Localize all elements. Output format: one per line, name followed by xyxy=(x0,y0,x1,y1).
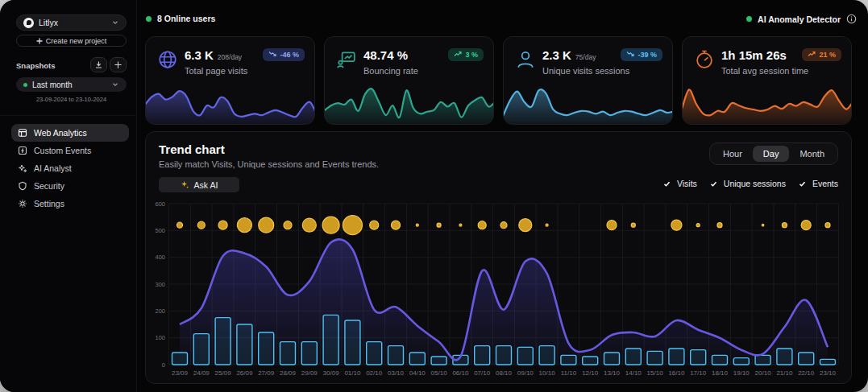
svg-text:16/10: 16/10 xyxy=(668,369,685,377)
sparkline-chart xyxy=(503,83,673,125)
sidebar-item-web-analytics[interactable]: Web Analytics xyxy=(11,124,129,142)
svg-text:17/10: 17/10 xyxy=(690,369,707,377)
sidebar-item-security[interactable]: Security xyxy=(11,177,129,195)
trend-down-icon xyxy=(268,51,276,59)
svg-text:22/10: 22/10 xyxy=(798,369,815,377)
svg-text:12/10: 12/10 xyxy=(582,369,599,377)
stat-value: 1h 15m 26s xyxy=(721,48,791,62)
globe-icon xyxy=(157,49,178,70)
stat-label: Bouncing rate xyxy=(363,66,418,76)
per-day-value: 75/day xyxy=(575,53,596,61)
svg-text:08/10: 08/10 xyxy=(496,369,513,377)
svg-text:28/09: 28/09 xyxy=(280,369,297,377)
timer-icon xyxy=(694,49,715,70)
svg-text:09/10: 09/10 xyxy=(517,369,534,377)
project-selector[interactable]: Litlyx xyxy=(16,14,127,31)
chart-legend: Visits Unique sessions Events xyxy=(662,179,838,188)
online-users-label: 8 Online users xyxy=(157,14,215,23)
svg-text:26/09: 26/09 xyxy=(236,369,253,377)
svg-text:27/09: 27/09 xyxy=(258,369,275,377)
stat-cards-row: 6.3 K208/day Total page visits -46 % 48.… xyxy=(145,36,852,125)
sidebar-item-label: Settings xyxy=(34,199,64,208)
svg-text:02/10: 02/10 xyxy=(366,369,383,377)
tab-hour[interactable]: Hour xyxy=(712,146,753,162)
panel-title: Trend chart xyxy=(159,142,225,156)
svg-text:24/09: 24/09 xyxy=(193,369,210,377)
create-project-label: Create new project xyxy=(46,37,107,45)
sidebar-nav: Web Analytics Custom Events AI Analyst S… xyxy=(11,124,129,213)
info-icon[interactable] xyxy=(846,14,857,24)
svg-text:19/10: 19/10 xyxy=(733,369,750,377)
stat-card-unique-visits: 2.3 K75/day Unique visits sessions -39 % xyxy=(503,36,673,125)
ask-ai-button[interactable]: Ask AI xyxy=(159,177,239,192)
stat-value: 2.3 K75/day xyxy=(542,48,596,62)
snapshot-period-select[interactable]: Last month xyxy=(16,77,127,92)
svg-text:25/09: 25/09 xyxy=(215,369,232,377)
chevron-down-icon xyxy=(111,80,119,89)
sidebar-item-custom-events[interactable]: Custom Events xyxy=(11,142,129,159)
create-project-button[interactable]: Create new project xyxy=(16,35,127,47)
svg-text:05/10: 05/10 xyxy=(431,369,448,377)
snapshot-date-range: 23-09-2024 to 23-10-2024 xyxy=(16,96,127,103)
sparkle-icon xyxy=(181,180,189,189)
svg-text:30/09: 30/09 xyxy=(323,369,340,377)
chevron-down-icon xyxy=(111,19,119,27)
sidebar-item-settings[interactable]: Settings xyxy=(11,195,129,213)
layout-icon xyxy=(18,128,27,138)
trend-chart-panel: Trend chart Easily match Visits, Unique … xyxy=(145,131,852,384)
svg-text:300: 300 xyxy=(155,281,165,288)
ask-ai-label: Ask AI xyxy=(194,180,218,190)
svg-text:29/09: 29/09 xyxy=(301,369,318,377)
download-icon xyxy=(94,60,103,69)
tab-month[interactable]: Month xyxy=(789,146,835,162)
svg-text:10/10: 10/10 xyxy=(539,369,556,377)
legend-events[interactable]: Events xyxy=(798,179,838,188)
gear-icon xyxy=(18,199,27,208)
snapshots-label: Snapshots xyxy=(16,61,56,70)
svg-text:21/10: 21/10 xyxy=(776,369,793,377)
svg-text:20/10: 20/10 xyxy=(755,369,772,377)
bolt-square-icon xyxy=(18,146,27,155)
svg-text:200: 200 xyxy=(155,307,165,315)
sidebar-item-ai-analyst[interactable]: AI Analyst xyxy=(11,159,129,177)
svg-text:04/10: 04/10 xyxy=(409,369,426,377)
svg-text:03/10: 03/10 xyxy=(388,369,405,377)
sparkline-chart xyxy=(324,83,494,125)
shield-icon xyxy=(18,181,27,191)
svg-text:13/10: 13/10 xyxy=(604,369,621,377)
sidebar: Litlyx Create new project Snapshots Last… xyxy=(0,0,137,392)
online-status-dot xyxy=(146,16,152,22)
trend-badge: 3 % xyxy=(448,48,484,61)
sidebar-item-label: Custom Events xyxy=(34,146,91,155)
per-day-value: 208/day xyxy=(218,53,242,61)
sparkles-icon xyxy=(18,163,27,173)
svg-text:500: 500 xyxy=(155,227,165,234)
add-snapshot-button[interactable] xyxy=(110,57,127,72)
trend-badge: -39 % xyxy=(621,48,662,61)
litlyx-logo-icon xyxy=(23,18,34,28)
online-users: 8 Online users xyxy=(146,14,215,23)
download-snapshot-button[interactable] xyxy=(90,57,107,72)
stat-card-total-page-visits: 6.3 K208/day Total page visits -46 % xyxy=(145,36,315,125)
panel-subtitle: Easily match Visits, Unique sessions and… xyxy=(159,159,379,169)
stat-label: Unique visits sessions xyxy=(542,66,629,76)
trend-up-icon xyxy=(808,51,816,59)
trend-down-icon xyxy=(626,51,634,59)
sidebar-item-label: Web Analytics xyxy=(34,128,87,138)
legend-unique-sessions[interactable]: Unique sessions xyxy=(709,179,786,188)
svg-text:400: 400 xyxy=(155,254,165,261)
sidebar-item-label: Security xyxy=(34,181,64,191)
trend-up-icon xyxy=(454,51,462,59)
sparkline-chart xyxy=(682,83,852,125)
sidebar-item-label: AI Analyst xyxy=(34,163,72,173)
svg-text:18/10: 18/10 xyxy=(712,369,729,377)
tab-day[interactable]: Day xyxy=(753,146,790,162)
stat-value: 48.74 % xyxy=(363,48,412,62)
legend-visits[interactable]: Visits xyxy=(662,179,697,188)
anomaly-status-dot xyxy=(746,16,752,22)
selected-period: Last month xyxy=(32,80,106,89)
svg-text:01/10: 01/10 xyxy=(344,369,361,377)
stat-card-avg-session-time: 1h 15m 26s Total avg session time 21 % xyxy=(682,36,852,125)
checkbox-checked-icon xyxy=(798,179,808,188)
svg-text:23/10: 23/10 xyxy=(820,369,837,377)
